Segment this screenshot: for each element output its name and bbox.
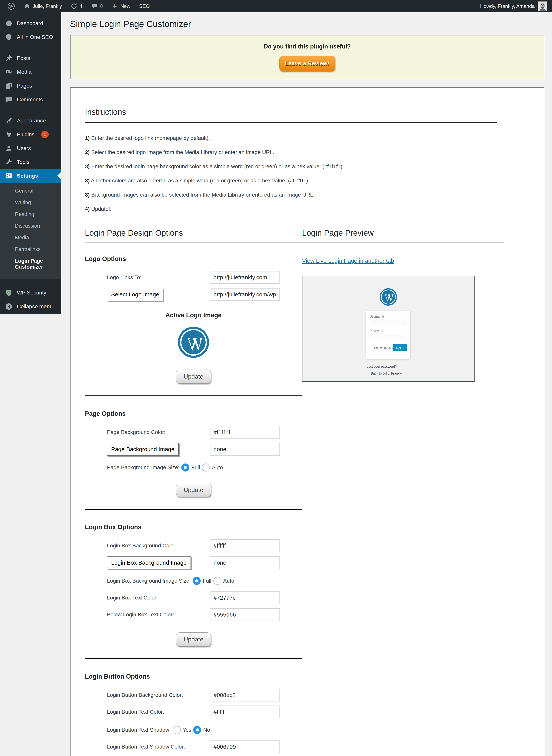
view-live-login-link[interactable]: View Live Login Page in another tab (302, 257, 394, 264)
sidebar-item-media[interactable]: Media (0, 65, 61, 79)
preview-back-link[interactable]: ← Back to Julie, Frankly (367, 372, 402, 376)
design-options-heading: Login Page Design Options (85, 228, 302, 237)
avatar[interactable] (538, 1, 547, 11)
below-box-text-color-input[interactable] (210, 608, 280, 621)
button-shadow-yes-radio[interactable] (173, 726, 181, 734)
admin-sidebar: Dashboard All in One SEO Posts Media Pag… (0, 12, 61, 314)
submenu-item-writing[interactable]: Writing (0, 197, 61, 208)
preview-lost-password-link[interactable]: Lost your password? (367, 365, 402, 369)
sidebar-item-appearance[interactable]: Appearance (0, 114, 61, 128)
submenu-item-reading[interactable]: Reading (0, 208, 61, 220)
submenu-item-media[interactable]: Media (0, 232, 61, 243)
page-bg-size-full-radio[interactable] (181, 463, 189, 471)
instruction-item: 4) Update!. (85, 206, 529, 212)
preview-login-button[interactable]: Log In (393, 344, 407, 351)
button-bg-color-label: Login Button Background Color: (107, 692, 210, 698)
howdy-text[interactable]: Howdy, Frankly, Amanda (480, 3, 535, 9)
sidebar-item-wp-security[interactable]: WP Security (0, 286, 61, 300)
button-shadow-color-input[interactable] (210, 741, 280, 753)
instructions-heading: Instructions (85, 108, 529, 117)
preview-password-input[interactable] (370, 334, 407, 340)
page-bg-image-input[interactable] (210, 443, 280, 455)
page-bg-color-input[interactable] (210, 426, 280, 438)
sidebar-item-users[interactable]: Users (0, 141, 61, 155)
sidebar-item-label: Posts (17, 55, 30, 61)
submenu-item-permalinks[interactable]: Permalinks (0, 243, 61, 255)
box-bg-size-auto-radio[interactable] (213, 577, 222, 585)
below-box-text-color-label: Below Login Box Text Color: (107, 611, 210, 618)
seo-label: SEO (139, 3, 150, 9)
box-bg-size-full-radio[interactable] (192, 577, 201, 585)
logo-options-heading: Logo Options (85, 255, 302, 262)
pushpin-icon (5, 54, 13, 62)
active-logo-heading: Active Logo Image (85, 312, 302, 319)
wrench-icon (5, 158, 13, 166)
sidebar-item-label: WP Security (17, 290, 46, 296)
submenu-item-login-page-customizer[interactable]: Login Page Customizer (0, 255, 57, 273)
preview-remember-checkbox[interactable] (370, 346, 373, 349)
heading-rule (85, 123, 497, 123)
logo-options-section: Logo Options Logo Links To: Select Logo … (85, 255, 302, 384)
sidebar-item-dashboard[interactable]: Dashboard (0, 16, 61, 30)
site-name-menu[interactable]: Julie, Frankly (21, 0, 65, 12)
sidebar-item-posts[interactable]: Posts (0, 51, 61, 65)
logo-update-button[interactable]: Update (176, 370, 211, 384)
sidebar-item-label: Users (17, 145, 31, 151)
section-divider (85, 509, 302, 510)
button-bg-color-input[interactable] (210, 689, 280, 701)
heading-rule (302, 242, 504, 243)
sidebar-item-label: Tools (17, 159, 29, 165)
button-shadow-no-radio[interactable] (193, 726, 201, 734)
box-text-color-label: Login Box Text Color: (107, 595, 210, 601)
sidebar-item-settings[interactable]: Settings (0, 169, 61, 183)
preview-username-input[interactable] (370, 320, 407, 326)
select-logo-image-button[interactable]: Select Logo Image (107, 288, 163, 301)
logo-image-url-input[interactable] (210, 288, 280, 301)
box-bg-color-input[interactable] (210, 539, 280, 552)
updates-count: 4 (80, 3, 82, 9)
preview-wordpress-logo (380, 288, 397, 306)
settings-sliders-icon (5, 172, 13, 180)
sidebar-item-label: Dashboard (17, 20, 43, 26)
new-content-menu[interactable]: New (109, 0, 133, 12)
security-shield-check-icon (5, 289, 13, 297)
submenu-item-general[interactable]: General (0, 185, 61, 197)
plugins-update-badge: 1 (41, 131, 49, 138)
sidebar-item-plugins[interactable]: Plugins 1 (0, 128, 61, 141)
sidebar-item-label: Settings (17, 173, 38, 179)
sidebar-item-comments[interactable]: Comments (0, 93, 61, 107)
preview-username-label: Username (370, 315, 407, 319)
box-bg-image-button[interactable]: Login Box Background Image (107, 556, 191, 569)
box-update-button[interactable]: Update (176, 632, 211, 646)
submenu-item-discussion[interactable]: Discussion (0, 220, 61, 232)
collapse-arrow-icon (5, 303, 13, 310)
sidebar-item-label: Pages (17, 83, 32, 89)
preview-heading: Login Page Preview (302, 228, 504, 237)
comments-icon (5, 96, 13, 104)
button-text-color-input[interactable] (210, 706, 280, 718)
page-options-heading: Page Options (85, 410, 302, 417)
page-bg-size-auto-radio[interactable] (202, 463, 210, 471)
wordpress-logo-icon[interactable]: W (4, 0, 18, 12)
logo-links-input[interactable] (210, 271, 280, 284)
leave-review-button[interactable]: Leave a Review! (279, 56, 335, 71)
seo-menu[interactable]: SEO (136, 0, 153, 12)
seo-shield-icon (5, 33, 13, 41)
sidebar-item-all-in-one-seo[interactable]: All in One SEO (0, 30, 61, 44)
box-text-color-input[interactable] (210, 591, 280, 604)
comments-menu[interactable]: 0 (88, 0, 106, 12)
box-bg-color-label: Login Box Background Color: (107, 543, 210, 549)
login-box-options-section: Login Box Options Login Box Background C… (85, 523, 302, 646)
collapse-menu-button[interactable]: Collapse menu (0, 300, 61, 314)
box-bg-size-label: Login Box Background Image Size: (107, 578, 191, 584)
box-bg-image-input[interactable] (210, 556, 280, 569)
login-preview-frame: Username Password Remember Me Log In (302, 276, 474, 382)
page-options-section: Page Options Page Background Color: Page… (85, 410, 302, 497)
page-bg-image-button[interactable]: Page Background Image (107, 443, 179, 456)
login-box-options-heading: Login Box Options (85, 523, 302, 531)
sidebar-item-pages[interactable]: Pages (0, 79, 61, 93)
instructions-section: Instructions 1) Enter the desired logo l… (85, 108, 529, 212)
updates-menu[interactable]: 4 (67, 0, 85, 12)
page-update-button[interactable]: Update (176, 483, 211, 497)
sidebar-item-tools[interactable]: Tools (0, 155, 61, 169)
